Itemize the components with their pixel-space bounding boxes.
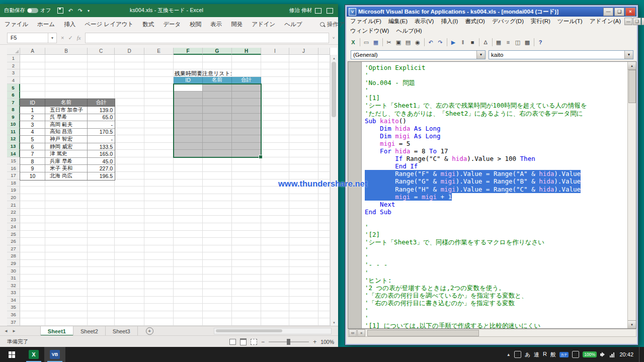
empty-cell[interactable] xyxy=(203,114,232,121)
code-line-33[interactable]: ' xyxy=(365,307,628,314)
data-cell[interactable]: 北海 尚広 xyxy=(45,172,88,180)
procedure-view-icon[interactable]: ▭ xyxy=(349,329,357,337)
code-line-10[interactable]: Dim migi As Long xyxy=(365,132,628,140)
hidden-icons-chevron-icon[interactable]: ▲ xyxy=(507,352,511,357)
cut-icon[interactable]: ✂ xyxy=(384,38,393,47)
code-line-13[interactable]: If Range("C" & hida).Value > 100 Then xyxy=(365,155,628,162)
code-line-25[interactable]: ' xyxy=(365,246,628,253)
data-cell[interactable]: 45.0 xyxy=(88,158,115,165)
formula-input[interactable] xyxy=(85,33,329,43)
data-cell[interactable]: 1 xyxy=(20,107,45,114)
data-cell[interactable]: 2 xyxy=(20,114,45,122)
row-header-17[interactable]: 17 xyxy=(7,172,20,179)
menu-2[interactable]: 編集(E) xyxy=(385,18,411,25)
data-cell[interactable]: - xyxy=(88,136,115,143)
code-line-1[interactable]: 'Option Explicit xyxy=(365,64,628,71)
code-line-14[interactable]: End If xyxy=(365,162,628,170)
ribbon-tab-5[interactable]: 数式 xyxy=(138,21,158,28)
data-cell[interactable]: 津 篤史 xyxy=(45,150,88,158)
run-icon[interactable]: ▶ xyxy=(449,38,458,47)
empty-cell[interactable] xyxy=(203,135,232,143)
code-line-22[interactable]: ' xyxy=(365,223,628,231)
row-header-1[interactable]: 1 xyxy=(7,55,20,62)
code-line-27[interactable]: '- - - xyxy=(365,261,628,268)
data-cell[interactable]: 静岡 威宏 xyxy=(45,143,88,151)
taskbar-item-vba[interactable]: VB xyxy=(44,347,65,362)
code-line-28[interactable]: ' xyxy=(365,269,628,277)
zoom-out-icon[interactable]: − xyxy=(261,338,265,345)
network-icon[interactable] xyxy=(610,352,615,357)
code-horizontal-scrollbar[interactable]: ▭ ≡ xyxy=(348,329,636,337)
empty-cell[interactable] xyxy=(174,99,203,106)
code-line-12[interactable]: For hida = 8 To 17 xyxy=(365,147,628,155)
insert-userform-icon[interactable]: ▭ xyxy=(362,38,371,47)
row-header-2[interactable]: 2 xyxy=(7,62,20,70)
copy-icon[interactable]: ▣ xyxy=(394,38,403,47)
child-close-icon[interactable]: × xyxy=(641,18,644,25)
row-header-15[interactable]: 15 xyxy=(7,157,20,165)
column-header-H[interactable]: H xyxy=(232,48,261,55)
data-cell[interactable]: 5 xyxy=(20,136,45,143)
empty-cell[interactable] xyxy=(232,128,261,136)
chevron-down-icon[interactable]: ▼ xyxy=(624,51,633,59)
menu-5[interactable]: 書式(O) xyxy=(461,18,489,25)
ribbon-tab-2[interactable]: ホーム xyxy=(33,21,59,28)
row-header-19[interactable]: 19 xyxy=(7,187,20,194)
code-line-23[interactable]: '[2] xyxy=(365,231,628,238)
row-header-7[interactable]: 7 xyxy=(7,99,20,106)
reset-icon[interactable]: ■ xyxy=(468,38,477,47)
view-excel-icon[interactable]: X xyxy=(349,38,358,47)
code-pane[interactable]: 'Option Explicit''No.004 - 問題''[1]'シート「S… xyxy=(348,61,636,329)
row-header-23[interactable]: 23 xyxy=(7,216,20,223)
ime-mode-icon[interactable]: 般 xyxy=(550,351,556,358)
code-line-20[interactable]: End Sub xyxy=(365,208,628,216)
empty-cell[interactable] xyxy=(203,121,232,128)
header-cell[interactable]: 合計 xyxy=(88,99,115,107)
row-header-3[interactable]: 3 xyxy=(7,69,20,77)
data-cell[interactable]: 196.5 xyxy=(88,172,115,180)
save-icon[interactable]: ▦ xyxy=(371,38,380,47)
menu-11[interactable]: ヘルプ(H) xyxy=(392,27,425,35)
row-header-28[interactable]: 28 xyxy=(7,252,20,260)
zoom-level[interactable]: 100% xyxy=(320,339,334,345)
code-vscroll-thumb[interactable] xyxy=(628,70,636,103)
grid-horizontal-scrollbar[interactable] xyxy=(214,328,332,334)
empty-cell[interactable] xyxy=(232,150,261,157)
active-cell-F5[interactable] xyxy=(174,84,203,92)
column-header-C[interactable]: C xyxy=(88,48,115,55)
ribbon-tab-9[interactable]: 開発 xyxy=(226,21,247,28)
scroll-down-icon[interactable]: ▼ xyxy=(628,320,636,328)
code-line-3[interactable]: 'No.004 - 問題 xyxy=(365,79,628,86)
row-header-29[interactable]: 29 xyxy=(7,260,20,267)
code-line-18[interactable]: migi = migi + 1 xyxy=(365,193,628,201)
data-cell[interactable]: 神戸 智宏 xyxy=(45,136,88,143)
code-line-16[interactable]: Range("G" & migi).Value = Range("B" & hi… xyxy=(365,177,628,185)
row-header-14[interactable]: 14 xyxy=(7,150,20,157)
redo-icon[interactable]: ↷ xyxy=(436,38,445,47)
menu-3[interactable]: 表示(V) xyxy=(411,18,437,25)
data-cell[interactable]: - xyxy=(88,121,115,129)
data-cell[interactable]: 7 xyxy=(20,150,45,158)
row-header-18[interactable]: 18 xyxy=(7,179,20,187)
column-header-E[interactable]: E xyxy=(144,48,174,55)
code-line-8[interactable]: Sub kaito() xyxy=(365,117,628,125)
ribbon-tab-6[interactable]: データ xyxy=(158,21,185,28)
zoom-slider[interactable] xyxy=(269,341,309,342)
empty-cell[interactable] xyxy=(174,128,203,136)
data-cell[interactable]: 3 xyxy=(20,121,45,129)
row-header-26[interactable]: 26 xyxy=(7,238,20,245)
ime-mode-icon[interactable]: R xyxy=(543,351,547,358)
data-cell[interactable]: 高知 昌浩 xyxy=(45,129,88,136)
menu-7[interactable]: 実行(R) xyxy=(527,18,554,25)
row-header-21[interactable]: 21 xyxy=(7,201,20,209)
empty-cell[interactable] xyxy=(232,84,261,92)
code-line-29[interactable]: 'ヒント: xyxy=(365,277,628,284)
column-header-J[interactable]: J xyxy=(289,48,318,55)
sheet-tab-Sheet1[interactable]: Sheet1 xyxy=(40,326,73,336)
select-all-corner[interactable] xyxy=(7,48,20,55)
data-cell[interactable]: 米子 美和 xyxy=(45,165,88,172)
menu-10[interactable]: ウィンドウ(W) xyxy=(347,27,392,35)
header-cell[interactable]: 名前 xyxy=(45,99,88,107)
header-cell[interactable]: ID xyxy=(174,77,203,84)
data-cell[interactable]: 165.0 xyxy=(88,150,115,158)
